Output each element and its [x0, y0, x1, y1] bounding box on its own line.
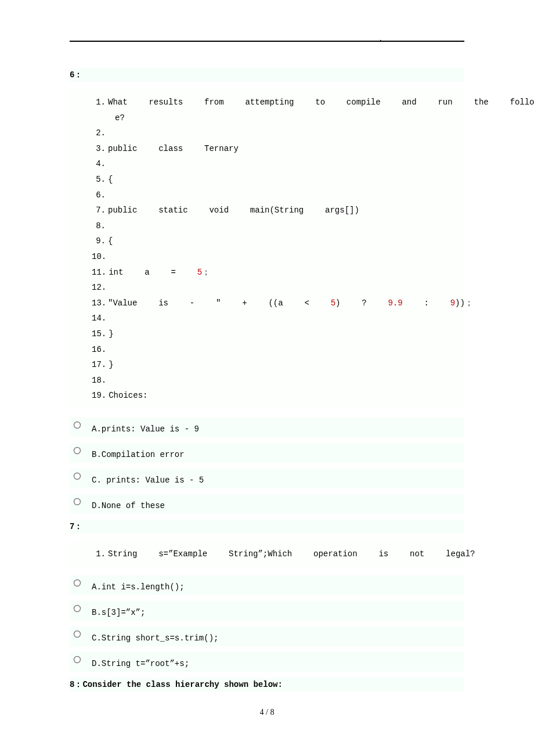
choice-c[interactable]: C.String short_s=s.trim();: [70, 627, 464, 646]
line-num: 17.: [92, 357, 106, 373]
choice-text: D.String t=”root”+s;: [92, 656, 189, 668]
line-num: 5.: [92, 172, 106, 188]
question-6-heading: 6：: [70, 68, 464, 82]
svg-point-1: [74, 447, 81, 453]
number-literal: 5: [197, 268, 202, 277]
line-num: 16.: [92, 342, 106, 358]
top-divider: [70, 41, 464, 42]
code-text: public static void main(String args[]): [108, 203, 359, 218]
number-literal: 9: [450, 298, 455, 308]
choice-text: B.Compilation error: [92, 447, 185, 459]
svg-point-7: [74, 657, 81, 663]
question-7-heading: 7：: [70, 520, 464, 534]
code-text: String s=”Example String”;Which operatio…: [108, 546, 475, 562]
line-num: 7.: [92, 203, 106, 218]
line-num: 6.: [92, 188, 106, 203]
radio-icon[interactable]: [70, 577, 92, 587]
radio-icon[interactable]: [70, 419, 92, 429]
choice-text: D.None of these: [92, 498, 165, 510]
code-text: e?: [115, 110, 125, 126]
line-num: 1.: [92, 95, 106, 110]
number-literal: 9.9: [388, 298, 402, 308]
line-num: 12.: [92, 280, 106, 296]
radio-icon[interactable]: [70, 653, 92, 664]
line-num: 13.: [92, 296, 106, 311]
svg-point-3: [74, 498, 81, 505]
line-num: 9.: [92, 233, 106, 249]
svg-point-4: [74, 580, 81, 586]
page-footer: 4 / 8: [70, 708, 464, 717]
line-num: 1.: [92, 546, 106, 562]
code-text: public class Ternary: [108, 141, 239, 157]
svg-point-2: [74, 473, 81, 479]
line-num: 10.: [92, 249, 106, 265]
code-text: }: [109, 326, 113, 342]
choice-text: A.prints: Value is - 9: [92, 421, 199, 434]
code-text: {: [108, 233, 113, 249]
question-8-heading: 8：Consider the class hierarchy shown bel…: [70, 678, 464, 692]
code-text: What results from attempting to compile …: [108, 95, 534, 110]
line-num: 14.: [92, 311, 106, 326]
svg-point-5: [74, 606, 81, 612]
radio-icon[interactable]: [70, 444, 92, 455]
line-num: 15.: [92, 326, 106, 342]
line-num: 18.: [92, 373, 106, 388]
line-num: 11.: [92, 265, 106, 280]
choice-text: A.int i=s.length();: [92, 579, 185, 592]
choice-text: C.String short_s=s.trim();: [92, 630, 218, 643]
choice-d[interactable]: D.None of these: [70, 494, 464, 514]
choice-text: B.s[3]=”x”;: [92, 604, 145, 617]
question-6-choices: A.prints: Value is - 9 B.Compilation err…: [70, 417, 464, 514]
question-7-code: 1.String s=”Example String”;Which operat…: [70, 541, 464, 568]
question-7-choices: A.int i=s.length(); B.s[3]=”x”; C.String…: [70, 575, 464, 672]
code-text: }: [109, 357, 113, 373]
choice-b[interactable]: B.s[3]=”x”;: [70, 601, 464, 621]
radio-icon[interactable]: [70, 495, 92, 506]
page-container: 6： 1.What results from attempting to com…: [0, 0, 534, 740]
choice-c[interactable]: C. prints: Value is - 5: [70, 469, 464, 488]
line-num: 2.: [92, 125, 106, 141]
choice-d[interactable]: D.String t=”root”+s;: [70, 652, 464, 672]
choice-b[interactable]: B.Compilation error: [70, 443, 464, 463]
radio-icon[interactable]: [70, 602, 92, 613]
line-num: 8.: [92, 218, 106, 234]
line-num: 4.: [92, 156, 106, 172]
code-text: Choices:: [109, 388, 147, 404]
svg-point-0: [74, 422, 81, 428]
question-6-code: 1.What results from attempting to compil…: [70, 89, 464, 409]
code-text: {: [108, 172, 113, 188]
code-text: int a = 5；: [109, 265, 210, 280]
svg-point-6: [74, 631, 81, 638]
code-text: "Value is - " + ((a < 5) ? 9.9 : 9))；: [108, 296, 473, 311]
line-num: 3.: [92, 141, 106, 157]
line-num: 19.: [92, 388, 106, 404]
choice-a[interactable]: A.int i=s.length();: [70, 575, 464, 595]
number-literal: 5: [331, 298, 335, 308]
radio-icon[interactable]: [70, 628, 92, 638]
choice-text: C. prints: Value is - 5: [92, 472, 204, 485]
radio-icon[interactable]: [70, 470, 92, 480]
choice-a[interactable]: A.prints: Value is - 9: [70, 417, 464, 437]
